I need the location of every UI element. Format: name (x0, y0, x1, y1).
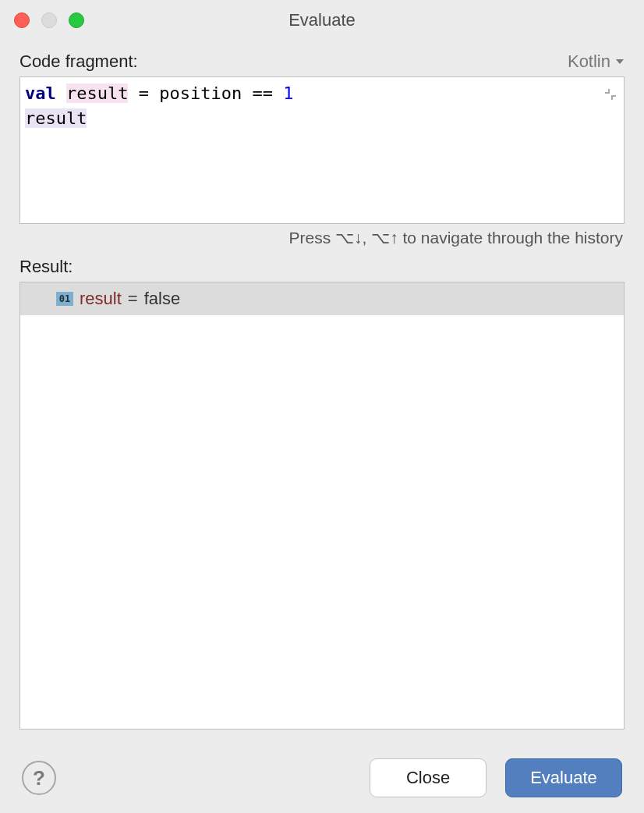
result-value: false (144, 289, 180, 309)
chevron-down-icon (615, 58, 625, 66)
code-text: val result = position == 1 result (25, 81, 619, 131)
code-editor[interactable]: val result = position == 1 result (19, 76, 625, 224)
result-type-badge: 01 (56, 292, 73, 306)
window-title: Evaluate (0, 10, 644, 30)
zoom-window-icon[interactable] (69, 12, 84, 28)
window-controls (14, 12, 84, 28)
result-variable-name: result (80, 289, 122, 309)
help-button[interactable]: ? (22, 761, 56, 795)
code-fragment-header: Code fragment: Kotlin (19, 51, 625, 72)
close-window-icon[interactable] (14, 12, 30, 28)
language-selector[interactable]: Kotlin (568, 51, 625, 72)
code-fragment-label: Code fragment: (19, 51, 138, 72)
result-equals: = (128, 289, 138, 309)
dialog-footer: ? Close Evaluate (0, 743, 644, 813)
history-hint: Press ⌥↓, ⌥↑ to navigate through the his… (19, 224, 625, 257)
minimize-window-icon[interactable] (41, 12, 57, 28)
result-label: Result: (19, 257, 625, 277)
titlebar: Evaluate (0, 0, 644, 41)
evaluate-button[interactable]: Evaluate (505, 758, 622, 797)
close-button[interactable]: Close (370, 758, 487, 797)
language-selected: Kotlin (568, 51, 610, 72)
result-panel: 01 result = false (19, 282, 625, 730)
result-row[interactable]: 01 result = false (20, 282, 624, 315)
collapse-icon[interactable] (603, 83, 617, 108)
dialog-content: Code fragment: Kotlin val result = posit… (0, 41, 644, 730)
